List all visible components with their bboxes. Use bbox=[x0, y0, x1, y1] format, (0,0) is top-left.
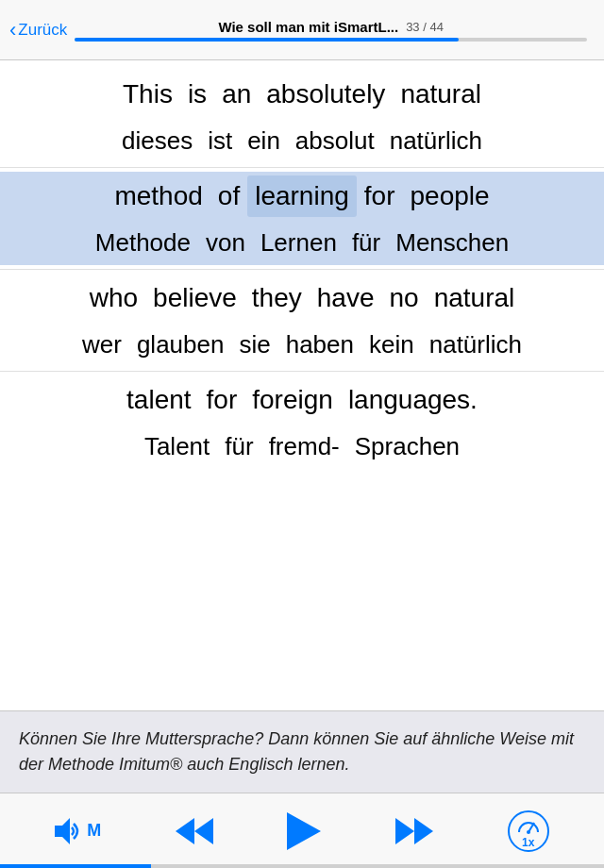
volume-icon bbox=[55, 818, 85, 844]
german-row-4: Talent für fremd- Sprachen bbox=[0, 425, 604, 469]
back-chevron-icon: ‹ bbox=[9, 18, 16, 42]
trans-dieses: dieses bbox=[114, 123, 200, 159]
divider-3 bbox=[0, 371, 604, 372]
word-languages[interactable]: languages. bbox=[341, 379, 485, 421]
trans-natuerlich-1: natürlich bbox=[382, 123, 490, 159]
german-row-2: Methode von Lernen für Menschen bbox=[0, 221, 604, 265]
nav-page-count: 33 / 44 bbox=[406, 20, 444, 34]
trans-fuer: für bbox=[344, 225, 388, 261]
svg-marker-1 bbox=[176, 818, 194, 844]
word-talent[interactable]: talent bbox=[119, 379, 199, 421]
play-icon bbox=[287, 812, 321, 850]
divider-2 bbox=[0, 269, 604, 270]
word-of[interactable]: of bbox=[210, 175, 247, 217]
player-progress-fill bbox=[0, 864, 151, 868]
trans-wer: wer bbox=[75, 326, 129, 363]
rewind-button[interactable] bbox=[174, 814, 215, 848]
trans-kein: kein bbox=[361, 326, 422, 363]
word-have[interactable]: have bbox=[310, 277, 382, 319]
volume-m-label: M bbox=[87, 821, 101, 841]
trans-menschen: Menschen bbox=[388, 225, 516, 261]
trans-talent: Talent bbox=[137, 428, 217, 465]
word-natural[interactable]: natural bbox=[393, 74, 489, 115]
svg-point-7 bbox=[527, 830, 530, 834]
fastforward-icon bbox=[394, 814, 435, 848]
nav-center: Wie soll man mit iSmartL... 33 / 44 bbox=[67, 19, 595, 42]
player-bar: M 1x bbox=[0, 793, 604, 868]
trans-sprachen: Sprachen bbox=[347, 428, 467, 465]
volume-button[interactable]: M bbox=[55, 818, 101, 844]
nav-title: Wie soll man mit iSmartL... bbox=[218, 19, 398, 35]
progress-bar-container bbox=[75, 38, 587, 42]
svg-marker-2 bbox=[194, 818, 213, 844]
word-natural-2[interactable]: natural bbox=[427, 277, 523, 319]
svg-marker-5 bbox=[414, 818, 433, 844]
english-row-3: who believe they have no natural bbox=[0, 274, 604, 323]
word-this[interactable]: This bbox=[115, 74, 180, 115]
english-row-2: method of learning for people bbox=[0, 172, 604, 221]
word-they[interactable]: they bbox=[244, 277, 310, 319]
trans-ist: ist bbox=[200, 123, 240, 159]
word-learning[interactable]: learning bbox=[247, 175, 357, 217]
trans-lernen: Lernen bbox=[253, 225, 344, 261]
info-block: Können Sie Ihre Muttersprache? Dann könn… bbox=[0, 710, 604, 793]
back-button[interactable]: ‹ Zurück bbox=[9, 18, 67, 42]
word-who[interactable]: who bbox=[82, 277, 145, 319]
word-for[interactable]: for bbox=[357, 175, 403, 217]
trans-natuerlich-2: natürlich bbox=[422, 326, 529, 363]
player-progress-bar bbox=[0, 864, 604, 868]
trans-ein: ein bbox=[240, 123, 288, 159]
fastforward-button[interactable] bbox=[394, 814, 435, 848]
speed-gauge-icon bbox=[515, 813, 542, 836]
english-row-1: This is an absolutely natural bbox=[0, 70, 604, 119]
word-no[interactable]: no bbox=[381, 277, 426, 319]
svg-marker-0 bbox=[55, 818, 70, 844]
word-believe[interactable]: believe bbox=[145, 277, 244, 319]
speed-button[interactable]: 1x bbox=[508, 810, 549, 852]
back-label: Zurück bbox=[18, 21, 67, 40]
info-text: Können Sie Ihre Muttersprache? Dann könn… bbox=[19, 726, 585, 777]
word-absolutely[interactable]: absolutely bbox=[259, 74, 393, 115]
rewind-icon bbox=[174, 814, 215, 848]
trans-fremd: fremd- bbox=[261, 428, 347, 465]
trans-methode: Methode bbox=[88, 225, 198, 261]
svg-marker-3 bbox=[287, 812, 321, 850]
play-button[interactable] bbox=[287, 812, 321, 850]
divider-1 bbox=[0, 167, 604, 168]
trans-fuer-2: für bbox=[217, 428, 260, 465]
trans-sie: sie bbox=[231, 326, 277, 363]
svg-marker-4 bbox=[395, 818, 414, 844]
word-method[interactable]: method bbox=[107, 175, 210, 217]
trans-haben: haben bbox=[278, 326, 361, 363]
trans-glauben: glauben bbox=[129, 326, 232, 363]
english-row-4: talent for foreign languages. bbox=[0, 376, 604, 425]
speed-circle: 1x bbox=[508, 810, 549, 852]
word-people[interactable]: people bbox=[403, 175, 497, 217]
word-foreign[interactable]: foreign bbox=[244, 379, 341, 421]
word-an[interactable]: an bbox=[214, 74, 259, 115]
progress-bar-fill bbox=[75, 38, 459, 42]
trans-absolut: absolut bbox=[288, 123, 382, 159]
navigation-bar: ‹ Zurück Wie soll man mit iSmartL... 33 … bbox=[0, 0, 604, 60]
text-display: This is an absolutely natural dieses ist… bbox=[0, 60, 604, 710]
word-is[interactable]: is bbox=[180, 74, 214, 115]
speed-label: 1x bbox=[522, 836, 534, 849]
german-row-3: wer glauben sie haben kein natürlich bbox=[0, 323, 604, 367]
word-for-2[interactable]: for bbox=[199, 379, 245, 421]
german-row-1: dieses ist ein absolut natürlich bbox=[0, 119, 604, 163]
content-area: This is an absolutely natural dieses ist… bbox=[0, 60, 604, 793]
trans-von: von bbox=[198, 225, 253, 261]
